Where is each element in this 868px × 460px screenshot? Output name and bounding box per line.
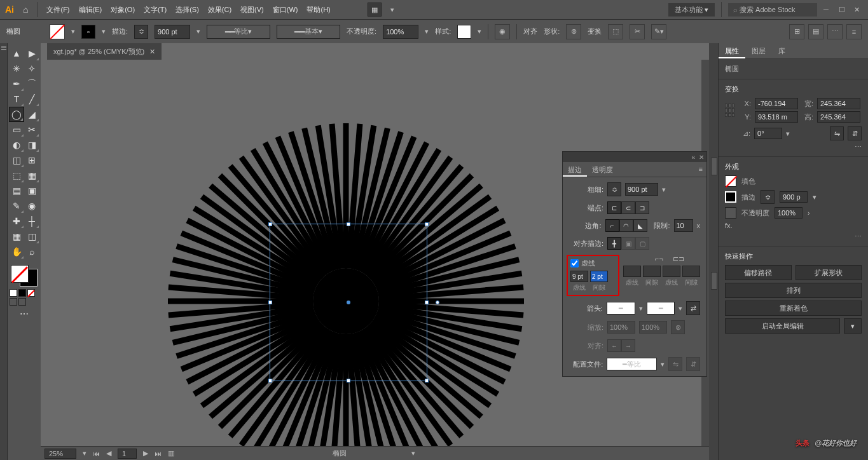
rp-stroke-dd[interactable]: ▾ <box>813 193 816 201</box>
cap-projecting[interactable]: ⊐ <box>635 201 649 214</box>
maximize-icon[interactable]: ☐ <box>839 6 848 14</box>
weight-dd[interactable]: ▾ <box>662 186 666 194</box>
dash-align-1[interactable]: ⌐¬ <box>655 255 670 263</box>
shape-builder-tool[interactable]: ⬚ <box>9 168 24 183</box>
fx-label[interactable]: fx. <box>725 222 733 229</box>
workspace-switcher[interactable]: 基本功能 ▾ <box>668 3 715 17</box>
tab-opacity[interactable]: 透明度 <box>587 162 618 177</box>
weight-input[interactable] <box>625 183 658 196</box>
pen-tool[interactable]: ✒ <box>9 76 24 91</box>
opacity-chip[interactable] <box>725 207 736 219</box>
lasso-tool[interactable]: ✧ <box>24 61 39 76</box>
opt-icon-1[interactable]: ⊞ <box>789 24 804 39</box>
global-edit-button[interactable]: 启动全局编辑 <box>725 318 840 334</box>
stroke-weight-dd[interactable]: ▾ <box>196 27 200 36</box>
flip-h[interactable]: ⇋ <box>830 126 844 140</box>
close-icon[interactable]: ✕ <box>854 6 863 14</box>
w-input[interactable] <box>817 98 860 109</box>
left-dock-strip[interactable] <box>0 43 8 460</box>
opacity-input[interactable] <box>383 25 418 39</box>
zoom-input[interactable] <box>45 449 76 459</box>
aa1[interactable]: ← <box>607 339 621 352</box>
menu-help[interactable]: 帮助(H) <box>307 5 330 15</box>
rp-stroke-input[interactable] <box>780 191 808 203</box>
nav-prev-icon[interactable]: ◀ <box>106 449 111 457</box>
angle-input[interactable] <box>754 128 782 139</box>
hand-tool[interactable]: ✋ <box>9 244 24 259</box>
eyedropper-tool[interactable]: ✎ <box>9 198 24 213</box>
h-input[interactable] <box>817 111 860 123</box>
minimize-icon[interactable]: ─ <box>823 6 832 13</box>
rotate-tool[interactable]: ◐ <box>9 137 24 152</box>
panel-menu-icon[interactable]: ≡ <box>695 162 706 177</box>
tab-layers[interactable]: 图层 <box>745 43 772 58</box>
eraser-tool[interactable]: ✂ <box>24 122 39 137</box>
flip-v-icon[interactable]: ⇵ <box>686 357 700 371</box>
crop-icon[interactable]: ✂ <box>630 24 645 39</box>
slice-tool[interactable]: ◫ <box>24 229 39 244</box>
angle-dd[interactable]: ▾ <box>786 130 790 138</box>
artboard-nav-icon[interactable]: ▥ <box>168 449 174 457</box>
opt-icon-2[interactable]: ▤ <box>808 24 823 39</box>
offset-path-button[interactable]: 偏移路径 <box>725 265 792 280</box>
swap-arrows-icon[interactable]: ⇄ <box>686 301 700 315</box>
transform-more-icon[interactable]: ⋯ <box>855 143 862 151</box>
menu-edit[interactable]: 编辑(E) <box>79 5 102 15</box>
flip-h-icon[interactable]: ⇋ <box>668 357 682 371</box>
type-tool[interactable]: T <box>9 91 24 107</box>
weight-stepper[interactable]: ≎ <box>607 182 621 196</box>
gap-2[interactable] <box>643 266 661 277</box>
variable-width-dd[interactable]: ━━ 等比 ▾ <box>207 25 270 39</box>
menu-select[interactable]: 选择(S) <box>176 5 199 15</box>
menu-object[interactable]: 对象(O) <box>111 5 135 15</box>
stroke-color-chip[interactable]: ▫ <box>81 25 95 39</box>
transform-label[interactable]: 变换 <box>588 27 602 36</box>
panel-close-icon[interactable]: ✕ <box>699 154 704 161</box>
y-input[interactable] <box>755 111 798 123</box>
aa2[interactable]: → <box>621 339 635 352</box>
shape-icon[interactable]: ⊗ <box>566 24 581 39</box>
brush-dd[interactable]: ━━ 基本 ▾ <box>277 25 340 39</box>
rp-opacity-dd[interactable]: › <box>808 209 810 217</box>
artboard-input[interactable] <box>118 449 137 459</box>
align-outside[interactable]: ▢ <box>635 237 649 250</box>
width-tool[interactable]: ◫ <box>9 152 24 168</box>
arrow-end-dd[interactable]: ━ <box>647 302 675 315</box>
symbol-sprayer-tool[interactable]: ✚ <box>9 213 24 229</box>
document-tab[interactable]: xgt.jpg* @ 25% (CMYK/预览) ✕ <box>47 43 162 60</box>
menu-effect[interactable]: 效果(C) <box>208 5 231 15</box>
recolor-button[interactable]: 重新着色 <box>725 301 862 316</box>
arrange-dd[interactable]: ▾ <box>390 6 394 14</box>
line-tool[interactable]: ╱ <box>24 91 39 107</box>
free-transform-tool[interactable]: ⊞ <box>24 152 39 168</box>
shape-label[interactable]: 形状: <box>544 27 560 36</box>
screen-mode-row[interactable] <box>9 297 39 306</box>
gap-3[interactable] <box>682 266 700 277</box>
menu-file[interactable]: 文件(F) <box>46 5 69 15</box>
nav-first-icon[interactable]: ⏮ <box>93 450 100 457</box>
shaper-tool[interactable]: ▭ <box>9 122 24 137</box>
tab-properties[interactable]: 属性 <box>719 43 745 58</box>
arrange-button[interactable]: 排列 <box>725 283 862 298</box>
paintbrush-tool[interactable]: ◢ <box>24 107 39 122</box>
direct-selection-tool[interactable]: ▶ <box>24 46 39 61</box>
edit-toolbar[interactable]: ⋯ <box>9 306 39 321</box>
align-center[interactable]: ╋ <box>607 237 621 250</box>
dash-2[interactable] <box>623 266 641 277</box>
mesh-tool[interactable]: ▤ <box>9 183 24 198</box>
expand-shape-button[interactable]: 扩展形状 <box>796 265 862 280</box>
opacity-dd[interactable]: ▾ <box>425 27 429 36</box>
menu-window[interactable]: 窗口(W) <box>273 5 298 15</box>
tab-library[interactable]: 库 <box>772 43 792 58</box>
nav-last-icon[interactable]: ⏭ <box>155 450 162 457</box>
color-mode-row[interactable] <box>9 288 39 297</box>
perspective-tool[interactable]: ▦ <box>24 168 39 183</box>
right-dock-strip[interactable] <box>709 43 718 460</box>
stroke-chip[interactable] <box>725 191 736 203</box>
menu-view[interactable]: 视图(V) <box>240 5 264 15</box>
style-chip[interactable] <box>457 25 471 39</box>
stroke-weight-input[interactable] <box>155 25 190 39</box>
global-edit-dd[interactable]: ▾ <box>844 318 862 334</box>
arrow-scale-1[interactable] <box>607 321 635 334</box>
more-icon[interactable]: ✎▾ <box>651 24 666 39</box>
